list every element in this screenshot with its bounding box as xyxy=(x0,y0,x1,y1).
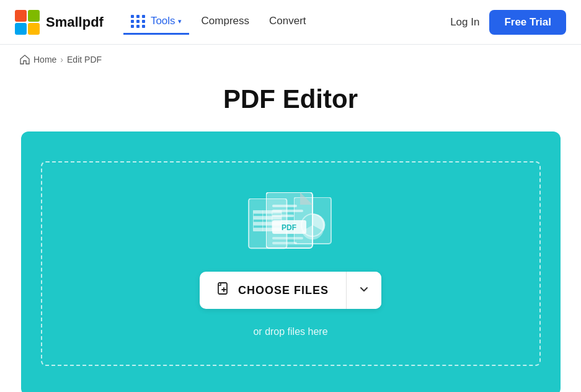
add-file-icon xyxy=(217,282,231,299)
main-content: PDF Editor xyxy=(0,69,581,392)
nav-tools-label: Tools xyxy=(151,15,175,27)
svg-rect-19 xyxy=(272,210,303,212)
nav-compress-label: Compress xyxy=(202,15,249,27)
svg-rect-20 xyxy=(272,215,294,217)
pdf-file-icon: PDF xyxy=(266,192,316,251)
svg-rect-2 xyxy=(15,23,27,35)
header-actions: Log In Free Trial xyxy=(450,10,566,35)
home-icon xyxy=(20,55,30,65)
file-icons-group: PDF xyxy=(247,192,334,254)
svg-rect-0 xyxy=(15,10,27,22)
svg-rect-18 xyxy=(272,205,297,207)
svg-rect-1 xyxy=(28,10,40,22)
chevron-down-icon: ▾ xyxy=(178,17,182,25)
breadcrumb-separator: › xyxy=(60,55,63,65)
nav-tools[interactable]: Tools ▾ xyxy=(123,10,189,35)
breadcrumb: Home › Edit PDF xyxy=(0,45,581,69)
free-trial-button[interactable]: Free Trial xyxy=(489,10,566,35)
logo-icon xyxy=(15,10,40,35)
svg-rect-3 xyxy=(28,23,40,35)
nav-convert-label: Convert xyxy=(269,15,306,27)
svg-rect-22 xyxy=(272,242,297,244)
logo-text: Smallpdf xyxy=(46,14,104,30)
nav-compress[interactable]: Compress xyxy=(194,10,257,34)
login-button[interactable]: Log In xyxy=(450,16,479,29)
svg-rect-21 xyxy=(272,237,303,239)
breadcrumb-home[interactable]: Home xyxy=(33,55,56,65)
main-nav: Tools ▾ Compress Convert xyxy=(123,10,430,35)
choose-files-dropdown[interactable] xyxy=(347,272,381,309)
grid-icon xyxy=(131,15,146,28)
drop-zone-inner: PDF xyxy=(41,161,541,366)
header: Smallpdf Tools ▾ Compress Convert Log In… xyxy=(0,0,581,45)
page-title: PDF Editor xyxy=(223,84,358,114)
choose-files-main: CHOOSE FILES xyxy=(200,272,347,309)
chevron-down-icon xyxy=(358,283,370,298)
drop-text: or drop files here xyxy=(253,326,327,337)
breadcrumb-current: Edit PDF xyxy=(67,55,102,65)
nav-convert[interactable]: Convert xyxy=(262,10,314,34)
svg-text:PDF: PDF xyxy=(282,223,296,232)
choose-files-label: CHOOSE FILES xyxy=(238,284,329,297)
svg-rect-23 xyxy=(218,283,227,294)
choose-files-button[interactable]: CHOOSE FILES xyxy=(200,272,381,309)
logo[interactable]: Smallpdf xyxy=(15,10,104,35)
drop-zone[interactable]: PDF xyxy=(21,131,561,392)
